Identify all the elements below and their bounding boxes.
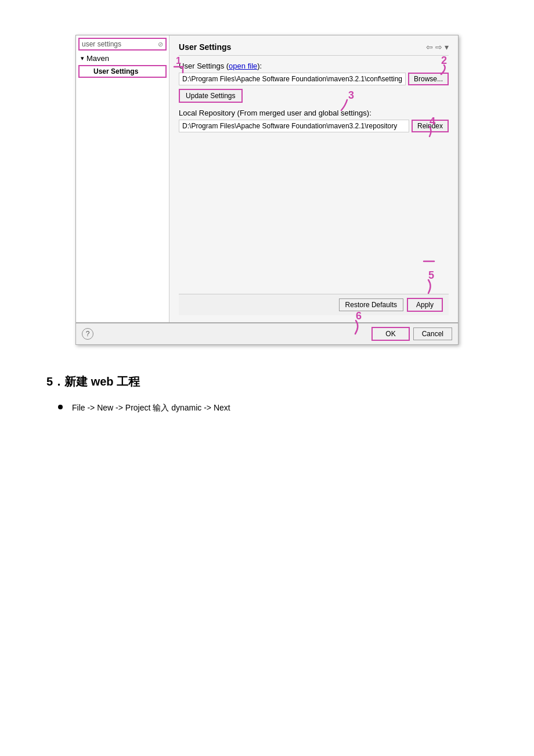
- panel-title: User Settings: [179, 42, 231, 52]
- apply-button[interactable]: Apply: [407, 298, 443, 312]
- dialog-footer: ? OK Cancel: [76, 322, 458, 344]
- right-panel: User Settings ⇦ ⇨ ▾: [169, 35, 458, 322]
- filter-icon: ⊘: [158, 41, 163, 48]
- local-repo-path: D:\Program Files\Apache Software Foundat…: [179, 120, 409, 132]
- local-repo-label: Local Repository (From merged user and g…: [179, 109, 449, 117]
- tree-item-user-settings[interactable]: User Settings: [78, 65, 167, 78]
- reindex-button[interactable]: Reindex: [412, 120, 449, 132]
- ok-button[interactable]: OK: [371, 327, 409, 341]
- preferences-dialog: user settings ⊘ ▾ Maven User Settings: [75, 35, 459, 345]
- bullet-item-1: File -> New -> Project 输入 dynamic -> Nex…: [58, 401, 488, 414]
- open-file-link[interactable]: open file: [229, 62, 257, 70]
- forward-icon[interactable]: ⇨: [435, 42, 442, 52]
- restore-defaults-button[interactable]: Restore Defaults: [339, 298, 403, 311]
- section-5-title: 5．新建 web 工程: [46, 374, 488, 390]
- bullet-text-1: File -> New -> Project 输入 dynamic -> Nex…: [72, 401, 230, 414]
- user-settings-section: User Settings (open file): D:\Program Fi…: [179, 62, 449, 103]
- right-content: User Settings ⇦ ⇨ ▾: [179, 42, 449, 315]
- left-panel: user settings ⊘ ▾ Maven User Settings: [76, 35, 169, 322]
- tree-arrow-icon: ▾: [81, 55, 84, 62]
- bullet-dot: [58, 405, 63, 409]
- right-panel-header: User Settings ⇦ ⇨ ▾: [179, 42, 449, 56]
- back-icon[interactable]: ⇦: [426, 42, 433, 52]
- dialog-body: user settings ⊘ ▾ Maven User Settings: [76, 35, 458, 322]
- tree-search-text: user settings: [82, 40, 121, 48]
- maven-label: Maven: [86, 54, 109, 63]
- user-settings-tree-label: User Settings: [93, 67, 138, 75]
- footer-right: OK Cancel: [371, 327, 452, 341]
- content-inner: User Settings (open file): D:\Program Fi…: [179, 62, 449, 294]
- dropdown-icon[interactable]: ▾: [445, 42, 449, 52]
- browse-button[interactable]: Browse...: [408, 73, 449, 85]
- help-icon[interactable]: ?: [82, 328, 93, 340]
- footer-left: ?: [82, 328, 93, 340]
- user-settings-label: User Settings (open file):: [179, 62, 449, 70]
- tree-item-maven[interactable]: ▾ Maven: [76, 53, 169, 64]
- user-settings-path: D:\Program Files\Apache Software Foundat…: [179, 73, 406, 85]
- tree-search-bar[interactable]: user settings ⊘: [78, 38, 167, 51]
- local-repo-section: Local Repository (From merged user and g…: [179, 109, 449, 132]
- panel-nav: ⇦ ⇨ ▾: [426, 42, 449, 52]
- update-settings-button[interactable]: Update Settings: [179, 89, 242, 103]
- local-repo-row: D:\Program Files\Apache Software Foundat…: [179, 120, 449, 132]
- bottom-bar: Restore Defaults Apply: [179, 294, 449, 315]
- user-settings-row: D:\Program Files\Apache Software Foundat…: [179, 73, 449, 85]
- cancel-button[interactable]: Cancel: [413, 327, 452, 340]
